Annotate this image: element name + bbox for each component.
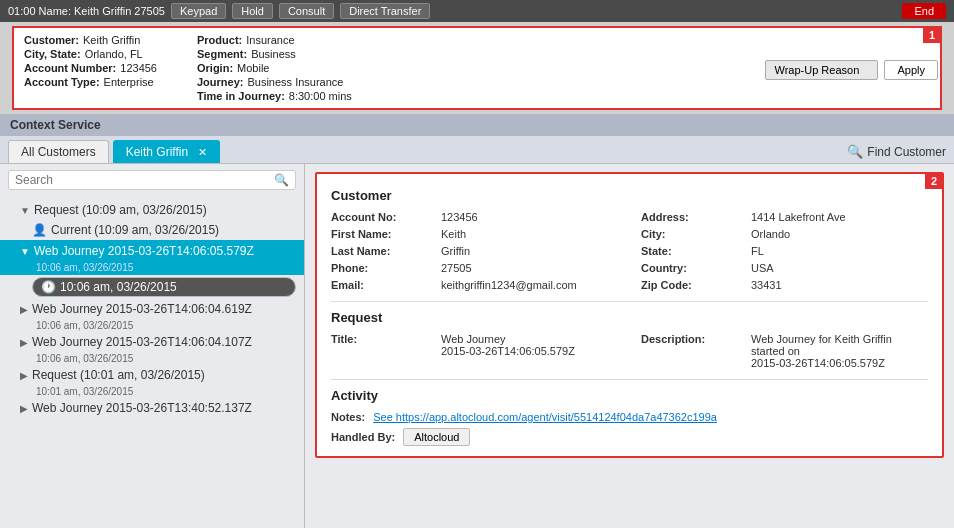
apply-button[interactable]: Apply [884, 60, 938, 80]
handled-by-button[interactable]: Altocloud [403, 428, 470, 446]
customer-detail-grid: Account No: 123456 Address: 1414 Lakefro… [331, 211, 928, 291]
info-col-right: Product: Insurance Segment: Business Ori… [197, 34, 352, 102]
section-divider-2 [331, 379, 928, 380]
consult-button[interactable]: Consult [279, 3, 334, 19]
activity-section-title: Activity [331, 388, 928, 403]
tree-item-journey-selected[interactable]: ▼ Web Journey 2015-03-26T14:06:05.579Z 1… [0, 240, 304, 275]
search-icon: 🔍 [847, 144, 863, 159]
top-bar: 01:00 Name: Keith Griffin 27505 Keypad H… [0, 0, 954, 22]
journey-time: 10:06 am, 03/26/2015 [20, 262, 133, 273]
chevron-right-icon: ▶ [20, 304, 28, 315]
detail-card: 2 Customer Account No: 123456 Address: 1… [315, 172, 944, 458]
expand-arrow-icon: ▼ [20, 205, 30, 216]
chevron-right-icon: ▶ [20, 370, 28, 381]
description-value: Web Journey for Keith Griffin started on… [751, 333, 928, 369]
email-label: Email: [331, 279, 441, 291]
account-no-label: Account No: [331, 211, 441, 223]
account-number-label: Account Number: [24, 62, 116, 74]
tree-item-journey-2[interactable]: ▶ Web Journey 2015-03-26T14:06:04.619Z 1… [0, 299, 304, 332]
search-icon: 🔍 [274, 173, 289, 187]
email-value: keithgriffin1234@gmail.com [441, 279, 641, 291]
expand-arrow-icon: ▼ [20, 246, 30, 257]
tree-list: ▼ Request (10:09 am, 03/26/2015) 👤 Curre… [0, 196, 304, 528]
tab-all-customers-label: All Customers [21, 145, 96, 159]
search-input-wrap[interactable]: 🔍 [8, 170, 296, 190]
right-panel: 2 Customer Account No: 123456 Address: 1… [305, 164, 954, 528]
journey-label: Journey: [197, 76, 243, 88]
find-customer-label: Find Customer [867, 145, 946, 159]
info-col-left: Customer: Keith Griffin City, State: Orl… [24, 34, 157, 102]
address-value: 1414 Lakefront Ave [751, 211, 928, 223]
clock-icon: 🕐 [41, 280, 56, 294]
tab-active-label: Keith Griffin [126, 145, 188, 159]
tree-item-label: Request (10:09 am, 03/26/2015) [34, 203, 207, 217]
description-label: Description: [641, 333, 751, 369]
first-name-value: Keith [441, 228, 641, 240]
account-type-value: Enterprise [104, 76, 154, 88]
call-info: 01:00 Name: Keith Griffin 27505 [8, 5, 165, 17]
tree-item-request-group[interactable]: ▼ Request (10:09 am, 03/26/2015) [0, 200, 304, 220]
direct-transfer-button[interactable]: Direct Transfer [340, 3, 430, 19]
origin-label: Origin: [197, 62, 233, 74]
customer-section-title: Customer [331, 188, 928, 203]
time-chip-selected[interactable]: 🕐 10:06 am, 03/26/2015 [32, 277, 296, 297]
account-no-value: 123456 [441, 211, 641, 223]
title-value: Web Journey2015-03-26T14:06:05.579Z [441, 333, 641, 369]
request-section-title: Request [331, 310, 928, 325]
city-label: City: [641, 228, 751, 240]
tree-item-current[interactable]: 👤 Current (10:09 am, 03/26/2015) [0, 220, 304, 240]
chevron-right-icon: ▶ [20, 337, 28, 348]
customer-value: Keith Griffin [83, 34, 140, 46]
zip-label: Zip Code: [641, 279, 751, 291]
address-label: Address: [641, 211, 751, 223]
product-value: Insurance [246, 34, 294, 46]
end-button[interactable]: End [902, 3, 946, 19]
phone-label: Phone: [331, 262, 441, 274]
handled-by-label: Handled By: [331, 431, 395, 443]
first-name-label: First Name: [331, 228, 441, 240]
account-type-label: Account Type: [24, 76, 100, 88]
journey-time: 10:01 am, 03/26/2015 [20, 386, 133, 397]
tree-item-label: Request (10:01 am, 03/26/2015) [32, 368, 205, 382]
find-customer-button[interactable]: 🔍 Find Customer [847, 144, 946, 163]
tab-close-icon[interactable]: ✕ [198, 146, 207, 158]
origin-value: Mobile [237, 62, 269, 74]
last-name-label: Last Name: [331, 245, 441, 257]
product-label: Product: [197, 34, 242, 46]
notes-link[interactable]: See https://app.altocloud.com/agent/visi… [373, 411, 717, 423]
tree-item-journey-3[interactable]: ▶ Web Journey 2015-03-26T14:06:04.107Z 1… [0, 332, 304, 365]
chip-time: 10:06 am, 03/26/2015 [60, 280, 177, 294]
tree-item-label: Web Journey 2015-03-26T14:06:04.107Z [32, 335, 252, 349]
tree-item-label: Web Journey 2015-03-26T14:06:05.579Z [34, 244, 254, 258]
journey-value: Business Insurance [247, 76, 343, 88]
tab-keith-griffin[interactable]: Keith Griffin ✕ [113, 140, 220, 163]
journey-time: 10:06 am, 03/26/2015 [20, 320, 133, 331]
city-value: Orlando [751, 228, 928, 240]
wrapup-area: Wrap-Up Reason Apply [765, 60, 938, 80]
tree-item-label: Current (10:09 am, 03/26/2015) [51, 223, 219, 237]
state-label: State: [641, 245, 751, 257]
panel-badge-2: 2 [925, 173, 943, 189]
search-input[interactable] [15, 173, 274, 187]
zip-value: 33431 [751, 279, 928, 291]
main-content: 🔍 ▼ Request (10:09 am, 03/26/2015) 👤 Cur… [0, 164, 954, 528]
account-number-value: 123456 [120, 62, 157, 74]
tab-all-customers[interactable]: All Customers [8, 140, 109, 163]
country-label: Country: [641, 262, 751, 274]
hold-button[interactable]: Hold [232, 3, 273, 19]
tree-item-label: Web Journey 2015-03-26T13:40:52.137Z [32, 401, 252, 415]
tree-item-journey-4[interactable]: ▶ Web Journey 2015-03-26T13:40:52.137Z [0, 398, 304, 416]
last-name-value: Griffin [441, 245, 641, 257]
phone-value: 27505 [441, 262, 641, 274]
time-value: 8:30:00 mins [289, 90, 352, 102]
context-service-title: Context Service [10, 118, 101, 132]
person-icon: 👤 [32, 223, 47, 237]
journey-time: 10:06 am, 03/26/2015 [20, 353, 133, 364]
request-detail-grid: Title: Web Journey2015-03-26T14:06:05.57… [331, 333, 928, 369]
panel-badge-1: 1 [923, 27, 941, 43]
state-value: FL [751, 245, 928, 257]
chevron-right-icon: ▶ [20, 403, 28, 414]
tree-item-request-2[interactable]: ▶ Request (10:01 am, 03/26/2015) 10:01 a… [0, 365, 304, 398]
keypad-button[interactable]: Keypad [171, 3, 226, 19]
wrapup-reason-select[interactable]: Wrap-Up Reason [765, 60, 878, 80]
